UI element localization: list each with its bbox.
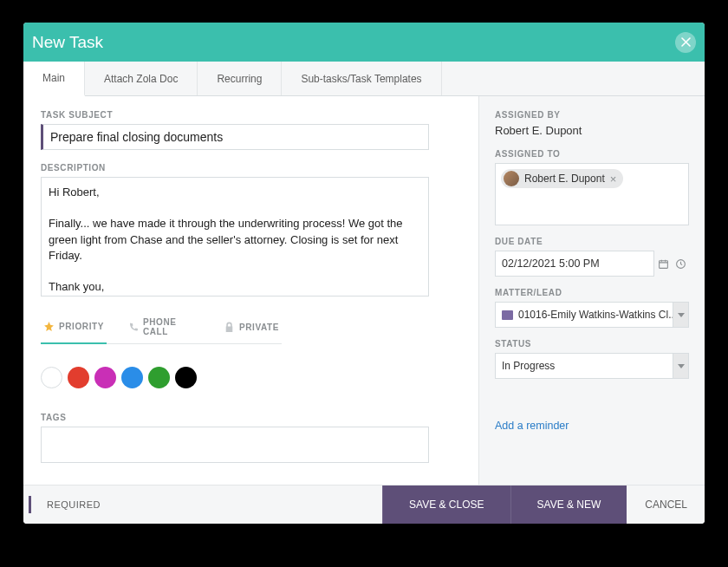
- tabs-bar: Main Attach Zola Doc Recurring Sub-tasks…: [23, 62, 705, 96]
- matter-lead-select-row: 01016-Emily Watkins-Watkins Cl...: [495, 302, 689, 328]
- required-indicator: REQUIRED: [29, 496, 116, 513]
- star-icon: [43, 321, 55, 332]
- subtab-private-label: PRIVATE: [239, 323, 279, 332]
- new-task-modal: New Task Main Attach Zola Doc Recurring …: [23, 23, 705, 524]
- subtab-priority-label: PRIORITY: [59, 322, 104, 331]
- matter-icon: [502, 310, 513, 320]
- assigned-to-input[interactable]: Robert E. Dupont ×: [495, 163, 689, 225]
- cancel-button[interactable]: CANCEL: [627, 486, 705, 524]
- attribute-subtabs: PRIORITY PHONE CALL PRIVATE: [41, 310, 282, 344]
- footer-spacer: [116, 486, 382, 524]
- subtab-private[interactable]: PRIVATE: [221, 310, 282, 343]
- color-black[interactable]: [175, 367, 197, 388]
- matter-lead-value: 01016-Emily Watkins-Watkins Cl...: [518, 309, 673, 321]
- tags-label: TAGS: [41, 413, 461, 422]
- assignee-chip: Robert E. Dupont ×: [501, 169, 623, 188]
- tab-recurring[interactable]: Recurring: [198, 62, 282, 95]
- subtab-phone-label: PHONE CALL: [143, 317, 199, 336]
- color-magenta[interactable]: [94, 367, 116, 388]
- tab-sub-tasks-templates[interactable]: Sub-tasks/Task Templates: [282, 62, 441, 95]
- tags-input[interactable]: [41, 427, 429, 463]
- description-textarea[interactable]: [41, 177, 429, 297]
- save-close-button[interactable]: SAVE & CLOSE: [382, 486, 510, 524]
- status-value: In Progress: [502, 360, 555, 372]
- matter-lead-label: MATTER/LEAD: [495, 288, 689, 297]
- color-white[interactable]: [41, 367, 62, 388]
- right-column: ASSIGNED BY Robert E. Dupont ASSIGNED TO…: [479, 96, 705, 485]
- svg-rect-0: [659, 260, 667, 268]
- tab-attach-zola-doc[interactable]: Attach Zola Doc: [85, 62, 198, 95]
- tab-main[interactable]: Main: [23, 62, 85, 96]
- phone-icon: [128, 322, 139, 333]
- task-subject-input[interactable]: [41, 124, 429, 150]
- time-button[interactable]: [672, 251, 689, 277]
- color-green[interactable]: [148, 367, 170, 388]
- close-button[interactable]: [675, 32, 696, 53]
- modal-header: New Task: [23, 23, 705, 62]
- color-red[interactable]: [68, 367, 89, 388]
- chevron-down-icon: [678, 313, 685, 317]
- description-label: DESCRIPTION: [41, 163, 461, 173]
- subtab-priority[interactable]: PRIORITY: [41, 310, 107, 344]
- modal-body: TASK SUBJECT DESCRIPTION PRIORITY PHONE …: [23, 96, 705, 485]
- calendar-icon: [658, 258, 669, 270]
- calendar-button[interactable]: [654, 251, 672, 277]
- status-dropdown-arrow[interactable]: [673, 353, 689, 379]
- save-new-button[interactable]: SAVE & NEW: [510, 486, 627, 524]
- avatar: [504, 171, 519, 186]
- color-blue[interactable]: [121, 367, 143, 388]
- tags-section: TAGS: [41, 413, 461, 463]
- assigned-by-label: ASSIGNED BY: [495, 110, 689, 120]
- chevron-down-icon: [678, 364, 685, 368]
- clock-icon: [675, 258, 686, 270]
- task-subject-label: TASK SUBJECT: [41, 110, 461, 120]
- assigned-by-value: Robert E. Dupont: [495, 124, 689, 137]
- status-select-row: In Progress: [495, 353, 689, 379]
- modal-footer: REQUIRED SAVE & CLOSE SAVE & NEW CANCEL: [23, 485, 705, 524]
- description-section: DESCRIPTION: [41, 163, 461, 300]
- left-column: TASK SUBJECT DESCRIPTION PRIORITY PHONE …: [23, 96, 479, 485]
- due-date-input[interactable]: [495, 251, 654, 277]
- remove-assignee-icon[interactable]: ×: [610, 173, 617, 186]
- close-icon: [681, 37, 691, 47]
- add-reminder-link[interactable]: Add a reminder: [495, 420, 569, 432]
- priority-colors: [41, 367, 461, 388]
- status-select[interactable]: In Progress: [495, 353, 673, 379]
- status-label: STATUS: [495, 339, 689, 349]
- due-date-row: [495, 251, 689, 277]
- matter-lead-dropdown-arrow[interactable]: [673, 302, 689, 328]
- assignee-name: Robert E. Dupont: [524, 173, 605, 185]
- assigned-to-label: ASSIGNED TO: [495, 149, 689, 159]
- lock-icon: [224, 322, 235, 333]
- subtab-phone-call[interactable]: PHONE CALL: [126, 310, 202, 343]
- due-date-label: DUE DATE: [495, 237, 689, 246]
- matter-lead-select[interactable]: 01016-Emily Watkins-Watkins Cl...: [495, 302, 673, 328]
- modal-title: New Task: [32, 33, 103, 52]
